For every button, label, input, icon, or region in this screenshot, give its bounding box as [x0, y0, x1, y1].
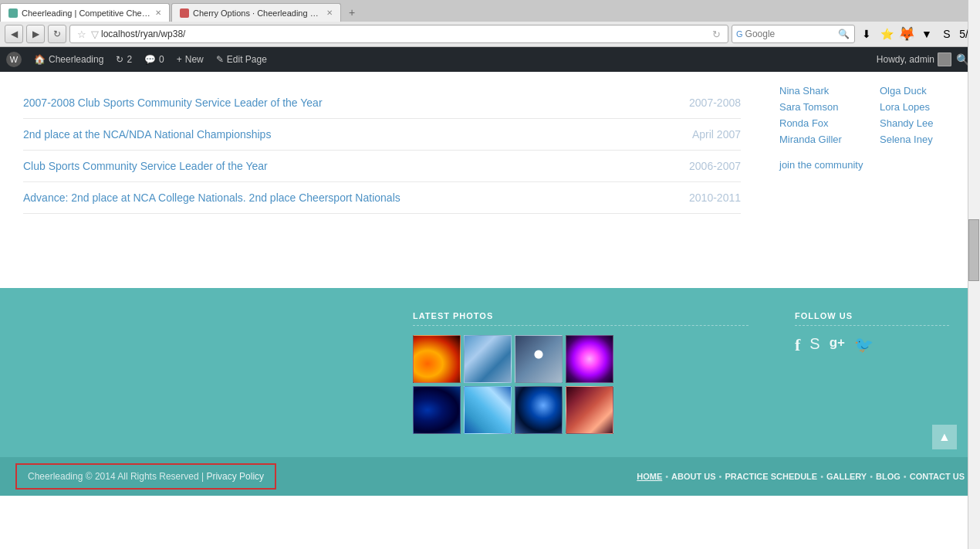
scrollbar[interactable]: [968, 0, 980, 496]
photo-thumbnail[interactable]: [515, 386, 563, 434]
member-name[interactable]: Olga Duck: [880, 83, 965, 98]
photo-thumbnail[interactable]: [566, 386, 613, 434]
browser-toolbar: ◀ ▶ ↻ ☆ ▽ ↻ G 🔍 ⬇ ⭐ 🦊 ▼ S 5/5: [0, 22, 980, 47]
wp-bar-site[interactable]: 🏠 Cheerleading: [28, 54, 110, 65]
photo-thumbnail[interactable]: [515, 335, 563, 383]
address-input[interactable]: [101, 29, 710, 39]
tab-title-active: Cheerleading | Competitive Cheerlea...: [22, 8, 150, 18]
members-grid: Nina Shark Olga Duck Sara Tomson Lora Lo…: [779, 83, 965, 147]
menu-icon[interactable]: ▼: [918, 25, 935, 42]
member-name[interactable]: Nina Shark: [779, 83, 864, 98]
footer-nav-contact[interactable]: CONTACT US: [910, 472, 965, 481]
copyright-area: Cheerleading © 2014 All Rights Reserved …: [0, 457, 980, 496]
tab-favicon: [8, 8, 18, 18]
scroll-top-button[interactable]: ▲: [932, 425, 957, 449]
tab2-favicon: [180, 8, 189, 18]
download-icon[interactable]: ⬇: [858, 25, 875, 42]
site-name-label: Cheerleading: [49, 54, 103, 65]
address-bar-wrap: ☆ ▽ ↻: [69, 25, 728, 43]
footer-nav-gallery[interactable]: GALLERY: [826, 472, 867, 481]
photo-thumbnail[interactable]: [464, 335, 512, 383]
tab2-close-button[interactable]: ✕: [326, 8, 333, 17]
wp-bar-comments[interactable]: 💬 0: [138, 54, 171, 65]
footer-nav-home[interactable]: HOME: [637, 472, 662, 481]
edit-label: Edit Page: [227, 54, 267, 65]
forward-button[interactable]: ▶: [26, 25, 45, 43]
member-name[interactable]: Sara Tomson: [779, 100, 864, 114]
footer-nav-practice[interactable]: PRACTICE SCHEDULE: [725, 472, 817, 481]
content-spacer: [0, 242, 980, 288]
reload-small-icon[interactable]: ↻: [712, 29, 721, 40]
achievement-link[interactable]: Advance: 2nd place at NCA College Nation…: [23, 191, 400, 204]
back-button[interactable]: ◀: [5, 25, 23, 43]
bookmarks-icon[interactable]: ⭐: [878, 25, 895, 42]
updates-count: 2: [127, 54, 132, 65]
sidebar-icon[interactable]: S: [938, 25, 955, 42]
photo-thumbnail[interactable]: [566, 335, 613, 383]
firefox-icon: 🦊: [898, 25, 915, 42]
members-sidebar: Nina Shark Olga Duck Sara Tomson Lora Lo…: [764, 72, 980, 242]
achievement-year: 2007-2008: [689, 97, 741, 109]
browser-tab-active[interactable]: Cheerleading | Competitive Cheerlea... ✕: [0, 3, 170, 22]
achievement-row: Club Sports Community Service Leader of …: [23, 151, 741, 182]
new-tab-button[interactable]: +: [343, 3, 361, 22]
footer-nav-sep: •: [719, 472, 722, 481]
new-label: New: [185, 54, 204, 65]
tab-close-button[interactable]: ✕: [155, 8, 161, 17]
bookmark-icon[interactable]: ☆: [77, 29, 86, 40]
footer-nav-sep: •: [665, 472, 668, 481]
bottom-bar: Cheerleading © 2014 All Rights Reserved …: [0, 457, 980, 496]
comments-count: 0: [159, 54, 164, 65]
footer-nav-sep: •: [870, 472, 873, 481]
search-input[interactable]: [745, 29, 838, 39]
twitter-icon[interactable]: 🐦: [854, 335, 874, 355]
achievement-link[interactable]: Club Sports Community Service Leader of …: [23, 160, 268, 172]
social-icons: f S g+ 🐦: [795, 335, 949, 355]
achievements-list: 2007-2008 Club Sports Community Service …: [0, 72, 764, 242]
privacy-policy-link[interactable]: Privacy Policy: [206, 471, 264, 482]
wp-bar-updates[interactable]: ↻ 2: [110, 54, 138, 65]
achievement-link[interactable]: 2nd place at the NCA/NDA National Champi…: [23, 128, 271, 141]
wp-bar-edit[interactable]: ✎ Edit Page: [210, 54, 273, 65]
achievement-row: Advance: 2nd place at NCA College Nation…: [23, 182, 741, 214]
footer-spacer-left: [31, 311, 367, 434]
reload-button[interactable]: ↻: [48, 25, 66, 43]
search-submit-icon[interactable]: 🔍: [838, 29, 850, 39]
wp-logo[interactable]: W: [6, 52, 22, 67]
footer-area: LATEST PHOTOS FOLLOW US f S g+ 🐦 ▲: [0, 288, 980, 457]
search-bar-wrap: G 🔍: [732, 25, 855, 43]
member-name[interactable]: Lora Lopes: [880, 100, 965, 114]
facebook-icon[interactable]: f: [795, 335, 800, 355]
footer-nav-blog[interactable]: BLOG: [876, 472, 901, 481]
browser-chrome: Cheerleading | Competitive Cheerlea... ✕…: [0, 0, 980, 47]
footer-nav-about[interactable]: ABOUT US: [671, 472, 715, 481]
wp-admin-bar: W 🏠 Cheerleading ↻ 2 💬 0 + New ✎ Edit Pa…: [0, 47, 980, 72]
member-name[interactable]: Selena Iney: [880, 132, 965, 147]
follow-title: FOLLOW US: [795, 311, 949, 326]
footer-nav: HOME • ABOUT US • PRACTICE SCHEDULE • GA…: [637, 472, 965, 481]
member-name[interactable]: Shandy Lee: [880, 116, 965, 130]
wp-howdy: Howdy, admin: [877, 53, 951, 66]
join-community-link[interactable]: join the community: [779, 159, 863, 171]
photo-thumbnail[interactable]: [413, 335, 461, 383]
scrollbar-thumb[interactable]: [968, 219, 979, 281]
follow-section: FOLLOW US f S g+ 🐦: [795, 311, 949, 434]
wp-bar-new[interactable]: + New: [171, 54, 210, 65]
footer-nav-sep: •: [904, 472, 907, 481]
browser-tab-bar: Cheerleading | Competitive Cheerlea... ✕…: [0, 0, 980, 22]
plus-icon: +: [177, 54, 182, 65]
tab-title-2: Cherry Options · Cheerleading — Wo...: [193, 8, 322, 18]
skype-icon[interactable]: S: [809, 335, 819, 355]
member-name[interactable]: Ronda Fox: [779, 116, 864, 130]
achievement-row: 2nd place at the NCA/NDA National Champi…: [23, 119, 741, 151]
achievement-link[interactable]: 2007-2008 Club Sports Community Service …: [23, 97, 323, 109]
avatar: [938, 53, 951, 66]
photos-title: LATEST PHOTOS: [413, 311, 749, 326]
photo-thumbnail[interactable]: [464, 386, 512, 434]
main-content: 2007-2008 Club Sports Community Service …: [0, 72, 980, 242]
google-plus-icon[interactable]: g+: [830, 335, 845, 355]
photo-thumbnail[interactable]: [413, 386, 461, 434]
achievement-year: 2006-2007: [689, 160, 741, 172]
member-name[interactable]: Miranda Giller: [779, 132, 864, 147]
browser-tab-2[interactable]: Cherry Options · Cheerleading — Wo... ✕: [171, 3, 341, 22]
